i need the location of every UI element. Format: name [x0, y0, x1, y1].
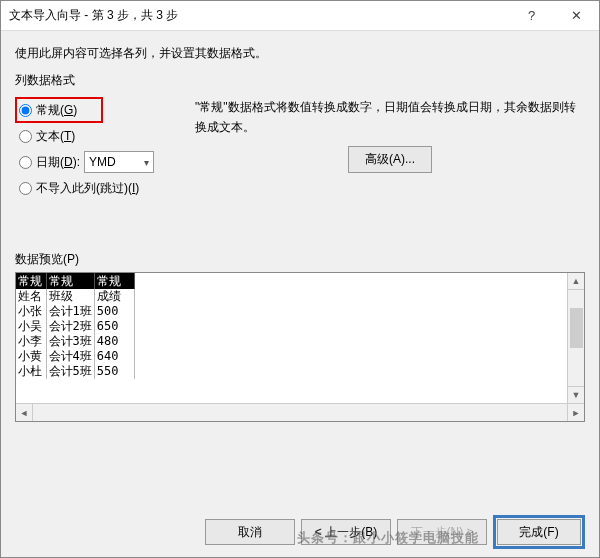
- date-format-value: YMD: [89, 155, 116, 169]
- radio-date-label[interactable]: 日期(D):: [36, 154, 80, 171]
- intro-text: 使用此屏内容可选择各列，并设置其数据格式。: [15, 45, 585, 62]
- preview-header[interactable]: 常规: [46, 273, 94, 289]
- scroll-left-icon[interactable]: ◄: [16, 404, 33, 421]
- radio-general[interactable]: [19, 104, 32, 117]
- table-cell: 班级: [46, 289, 94, 304]
- format-description-area: "常规"数据格式将数值转换成数字，日期值会转换成日期，其余数据则转换成文本。 高…: [185, 91, 585, 173]
- text-import-wizard-dialog: 文本导入向导 - 第 3 步，共 3 步 ? ✕ 使用此屏内容可选择各列，并设置…: [0, 0, 600, 558]
- dialog-title: 文本导入向导 - 第 3 步，共 3 步: [1, 7, 509, 24]
- table-row: 小吴会计2班650: [16, 319, 134, 334]
- help-button[interactable]: ?: [509, 1, 554, 31]
- column-format-group: 列数据格式 常规(G) 文本(T): [15, 72, 585, 201]
- format-radio-list: 常规(G) 文本(T) 日期(D):: [15, 91, 185, 201]
- table-cell: 会计3班: [46, 334, 94, 349]
- table-cell: 640: [94, 349, 134, 364]
- table-cell: 会计2班: [46, 319, 94, 334]
- scroll-right-icon[interactable]: ►: [567, 404, 584, 421]
- table-row: 小张会计1班500: [16, 304, 134, 319]
- radio-date[interactable]: [19, 156, 32, 169]
- table-cell: 小张: [16, 304, 46, 319]
- table-cell: 成绩: [94, 289, 134, 304]
- finish-button[interactable]: 完成(F): [497, 519, 581, 545]
- dialog-body: 使用此屏内容可选择各列，并设置其数据格式。 列数据格式 常规(G) 文本(T): [1, 31, 599, 507]
- next-button[interactable]: 下一步(N) >: [397, 519, 487, 545]
- finish-highlight: 完成(F): [493, 515, 585, 549]
- back-button[interactable]: < 上一步(B): [301, 519, 391, 545]
- radio-general-label[interactable]: 常规(G): [36, 102, 77, 119]
- preview-table: 常规常规常规姓名班级成绩小张会计1班500小吴会计2班650小李会计3班480小…: [16, 273, 135, 379]
- preview-vertical-scrollbar[interactable]: ▲ ▼: [567, 273, 584, 403]
- table-row: 姓名班级成绩: [16, 289, 134, 304]
- table-cell: 小吴: [16, 319, 46, 334]
- table-cell: 480: [94, 334, 134, 349]
- table-cell: 小李: [16, 334, 46, 349]
- radio-skip-row: 不导入此列(跳过)(I): [15, 175, 185, 201]
- scroll-thumb[interactable]: [570, 308, 583, 348]
- preview-horizontal-scrollbar[interactable]: ◄ ►: [16, 404, 584, 421]
- table-row: 小黄会计4班640: [16, 349, 134, 364]
- table-cell: 小黄: [16, 349, 46, 364]
- dialog-footer: 取消 < 上一步(B) 下一步(N) > 完成(F) 头条号：跟小小筱学电脑技能: [1, 507, 599, 557]
- scroll-down-icon[interactable]: ▼: [568, 386, 584, 403]
- cancel-button[interactable]: 取消: [205, 519, 295, 545]
- table-cell: 500: [94, 304, 134, 319]
- preview-header[interactable]: 常规: [94, 273, 134, 289]
- preview-header[interactable]: 常规: [16, 273, 46, 289]
- radio-date-row: 日期(D): YMD ▾: [15, 149, 185, 175]
- radio-text[interactable]: [19, 130, 32, 143]
- table-cell: 小杜: [16, 364, 46, 379]
- table-cell: 会计4班: [46, 349, 94, 364]
- data-preview-box: 常规常规常规姓名班级成绩小张会计1班500小吴会计2班650小李会计3班480小…: [15, 272, 585, 422]
- close-button[interactable]: ✕: [554, 1, 599, 31]
- chevron-down-icon: ▾: [144, 157, 149, 168]
- table-cell: 650: [94, 319, 134, 334]
- radio-skip-label[interactable]: 不导入此列(跳过)(I): [36, 180, 139, 197]
- advanced-button[interactable]: 高级(A)...: [348, 146, 432, 173]
- radio-text-row: 文本(T): [15, 123, 185, 149]
- preview-content: 常规常规常规姓名班级成绩小张会计1班500小吴会计2班650小李会计3班480小…: [16, 273, 567, 403]
- radio-general-highlight: 常规(G): [15, 97, 103, 123]
- preview-legend: 数据预览(P): [15, 251, 585, 268]
- date-format-select[interactable]: YMD ▾: [84, 151, 154, 173]
- table-cell: 会计1班: [46, 304, 94, 319]
- scroll-up-icon[interactable]: ▲: [568, 273, 584, 290]
- radio-text-label[interactable]: 文本(T): [36, 128, 75, 145]
- table-cell: 550: [94, 364, 134, 379]
- table-row: 小李会计3班480: [16, 334, 134, 349]
- radio-skip[interactable]: [19, 182, 32, 195]
- table-row: 小杜会计5班550: [16, 364, 134, 379]
- table-cell: 姓名: [16, 289, 46, 304]
- column-format-legend: 列数据格式: [15, 72, 585, 89]
- table-cell: 会计5班: [46, 364, 94, 379]
- titlebar: 文本导入向导 - 第 3 步，共 3 步 ? ✕: [1, 1, 599, 31]
- format-description: "常规"数据格式将数值转换成数字，日期值会转换成日期，其余数据则转换成文本。: [195, 97, 585, 138]
